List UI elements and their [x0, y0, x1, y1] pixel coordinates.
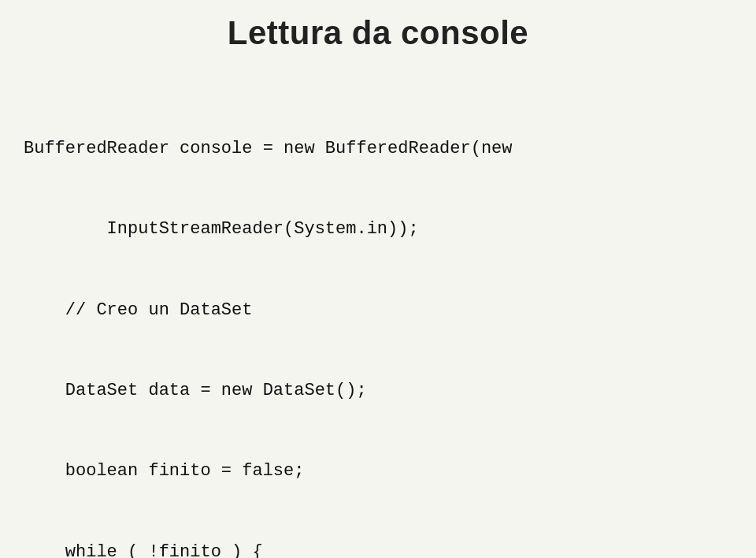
code-line-1: BufferedReader console = new BufferedRea…: [24, 136, 724, 162]
slide-content: BufferedReader console = new BufferedRea…: [0, 60, 756, 558]
code-line-6: while ( !finito ) {: [24, 539, 724, 558]
code-line-2: InputStreamReader(System.in));: [24, 216, 724, 243]
code-line-3: // Creo un DataSet: [24, 297, 724, 324]
slide-header: Lettura da console: [0, 0, 756, 60]
code-block: BufferedReader console = new BufferedRea…: [24, 82, 724, 558]
slide-title: Lettura da console: [32, 14, 724, 52]
code-line-5: boolean finito = false;: [24, 458, 724, 485]
code-line-4: DataSet data = new DataSet();: [24, 378, 724, 404]
slide: Lettura da console BufferedReader consol…: [0, 0, 756, 558]
